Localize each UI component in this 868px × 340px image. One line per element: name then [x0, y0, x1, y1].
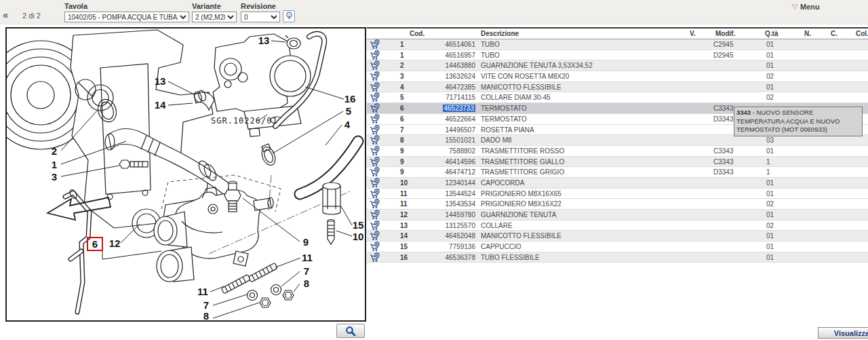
table-row[interactable]: 11 13543534 PRIGIONIERO M8X16X22 02: [367, 199, 868, 210]
row-part-number[interactable]: 46536378: [446, 254, 476, 261]
table-row[interactable]: 5 71714115 COLLARE DIAM 30-45 02: [367, 92, 868, 103]
add-to-cart-icon[interactable]: [370, 210, 380, 220]
row-part-number[interactable]: 46452048: [446, 232, 476, 240]
diagram-panel[interactable]: 2 1 3 13 14 13 16 5 4 SGR.10226/01 6 12 …: [5, 27, 366, 322]
row-part-number[interactable]: 46523733: [443, 105, 476, 112]
row-qty: 02: [760, 94, 797, 101]
callout-16[interactable]: 16: [344, 93, 356, 105]
row-ref: 9: [390, 168, 433, 176]
revisione-select[interactable]: 0: [241, 12, 280, 22]
row-part-number[interactable]: 13632624: [446, 73, 476, 80]
row-cart-cell: [367, 103, 390, 113]
callout-13[interactable]: 13: [155, 75, 166, 87]
row-part-number[interactable]: 13125570: [446, 222, 476, 229]
row-description: COLLARE: [477, 222, 685, 229]
callout-9[interactable]: 9: [303, 236, 309, 248]
callout-15[interactable]: 15: [353, 219, 364, 231]
variante-select[interactable]: 2 (M2,M28): [192, 12, 237, 22]
row-part-number[interactable]: 14496507: [446, 126, 476, 134]
tavola-select[interactable]: 10402/05 - POMPA ACQUA E TUBAZIONI: [64, 12, 189, 22]
row-part-number[interactable]: 13544524: [446, 190, 476, 197]
table-row[interactable]: 12 14459780 GUARNIZIONE TENUTA 01: [367, 210, 868, 221]
row-part-number[interactable]: 71714115: [446, 94, 475, 101]
callout-13[interactable]: 13: [258, 35, 270, 46]
row-part-number[interactable]: 7588802: [449, 147, 475, 155]
table-row[interactable]: 4 46472385 MANICOTTO FLESSIBILE 01: [367, 82, 868, 93]
table-row[interactable]: 2 14463880 GUARNIZIONE TENUTA 3,53X34,52…: [367, 60, 868, 71]
row-qty: 02: [760, 73, 797, 80]
row-part-number[interactable]: 13543534: [446, 200, 476, 208]
callout-8[interactable]: 8: [203, 310, 209, 320]
add-to-cart-icon[interactable]: [370, 221, 380, 231]
diagram-zoom-button[interactable]: [336, 324, 365, 338]
table-row[interactable]: 10 12340144 CAPOCORDA 01: [367, 178, 868, 189]
add-to-cart-icon[interactable]: [370, 199, 380, 209]
add-to-cart-icon[interactable]: [370, 92, 380, 102]
callout-11[interactable]: 11: [197, 286, 208, 297]
table-row[interactable]: 11 13544524 PRIGIONIERO M8X16X65 01: [367, 189, 868, 200]
callout-5[interactable]: 5: [346, 105, 351, 117]
row-part-number[interactable]: 46474712: [446, 168, 476, 176]
table-row[interactable]: 15 7759136 CAPPUCCIO 01: [367, 242, 868, 252]
row-part-number[interactable]: 14463880: [446, 62, 476, 69]
row-description: TRASMETTITORE GIALLO: [477, 158, 685, 166]
add-to-cart-icon[interactable]: [370, 39, 380, 50]
add-to-cart-icon[interactable]: [370, 71, 380, 81]
table-row[interactable]: 3 13632624 VITE CON ROSETTA M8X20 02: [367, 71, 868, 82]
row-cart-cell: [367, 210, 390, 220]
callout-3[interactable]: 3: [52, 171, 57, 183]
table-row[interactable]: 9 7588802 TRASMETTITORE ROSSO C3343 01: [367, 146, 868, 157]
row-part-number[interactable]: 46514061: [446, 41, 476, 48]
table-row[interactable]: 9 46414596 TRASMETTITORE GIALLO C3343 1: [367, 157, 868, 168]
visualizza-button[interactable]: Visualizza: [818, 327, 868, 339]
row-part-number[interactable]: 46414596: [446, 158, 476, 166]
add-to-cart-icon[interactable]: [370, 103, 380, 113]
add-to-cart-icon[interactable]: [370, 157, 380, 167]
add-to-cart-icon[interactable]: [370, 114, 380, 124]
table-row[interactable]: 1 46516957 TUBO D2945 01: [367, 50, 868, 61]
add-to-cart-icon[interactable]: [370, 60, 380, 71]
callout-14[interactable]: 14: [155, 99, 166, 111]
add-to-cart-icon[interactable]: [370, 242, 380, 252]
prev-page-button[interactable]: «: [3, 9, 8, 20]
add-to-cart-icon[interactable]: [370, 178, 380, 188]
menu-button[interactable]: Menu: [791, 2, 820, 12]
callout-11[interactable]: 11: [302, 252, 313, 263]
row-ref: 3: [390, 73, 433, 80]
row-part-number[interactable]: 15501021: [446, 136, 476, 144]
callout-2[interactable]: 2: [52, 145, 57, 157]
callout-4[interactable]: 4: [344, 119, 351, 130]
row-part-number[interactable]: 46522664: [446, 115, 476, 123]
row-part-number[interactable]: 12340144: [446, 179, 476, 187]
add-to-cart-icon[interactable]: [370, 252, 380, 263]
row-part-number[interactable]: 46472385: [446, 83, 476, 91]
add-to-cart-icon[interactable]: [370, 189, 380, 199]
hint-bulb-button[interactable]: [283, 10, 295, 22]
row-modif: C3343: [711, 158, 760, 166]
add-to-cart-icon[interactable]: [370, 167, 380, 177]
add-to-cart-icon[interactable]: [370, 146, 380, 156]
add-to-cart-icon[interactable]: [370, 82, 380, 92]
row-cart-cell: [367, 39, 390, 50]
callout-6-selected[interactable]: 6: [92, 238, 98, 250]
row-part-number[interactable]: 7759136: [449, 243, 475, 250]
table-row[interactable]: 1 46514061 TUBO C2945 01: [367, 39, 868, 50]
table-row[interactable]: 14 46452048 MANICOTTO FLESSIBILE 01: [367, 231, 868, 242]
column-header-n: N.: [797, 30, 825, 37]
table-row[interactable]: 8 15501021 DADO M8 03: [367, 135, 868, 146]
table-row[interactable]: 9 46474712 TRASMETTITORE GRIGIO D3343 1: [367, 167, 868, 178]
row-part-number[interactable]: 14459780: [446, 211, 476, 219]
add-to-cart-icon[interactable]: [370, 135, 380, 145]
table-row[interactable]: 13 13125570 COLLARE 02: [367, 221, 868, 231]
table-row[interactable]: 16 46536378 TUBO FLESSIBILE 01: [367, 252, 868, 263]
callout-10[interactable]: 10: [353, 231, 364, 242]
callout-12[interactable]: 12: [109, 238, 121, 249]
add-to-cart-icon[interactable]: [370, 125, 380, 135]
callout-7[interactable]: 7: [203, 299, 209, 311]
add-to-cart-icon[interactable]: [370, 231, 380, 241]
callout-8[interactable]: 8: [304, 278, 309, 289]
row-part-number[interactable]: 46516957: [446, 52, 476, 59]
callout-1[interactable]: 1: [52, 159, 57, 170]
callout-7[interactable]: 7: [304, 265, 309, 277]
add-to-cart-icon[interactable]: [370, 50, 380, 60]
